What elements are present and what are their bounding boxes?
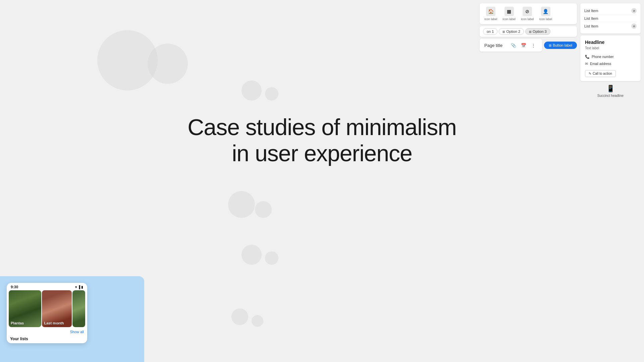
list-item-icon-3: ⊘ xyxy=(631,23,637,29)
succinct-label: Succinct headline xyxy=(597,94,624,98)
mobile-status-bar: 9:30 ▾ ▐ ▮ xyxy=(7,283,87,290)
photo-plantas[interactable]: Plantas xyxy=(9,290,41,327)
show-all-row: Show all xyxy=(7,329,87,335)
photo-grid: Plantas Last month xyxy=(7,290,87,329)
icon-label-home: Icon label xyxy=(484,17,497,21)
icons-panel: 🏠 Icon label ▦ Icon label ⊘ Icon label 👤… xyxy=(480,3,577,24)
photo-lastmonth[interactable]: Last month xyxy=(42,290,72,327)
mobile-frame: 9:30 ▾ ▐ ▮ Plantas Last month xyxy=(7,283,87,343)
button-label-text: Button label xyxy=(553,43,572,47)
more-icon[interactable]: ⋮ xyxy=(530,42,537,49)
headline-line2: in user experience xyxy=(187,140,457,166)
grid-icon: ▦ xyxy=(504,7,514,16)
page-title-text: Page title xyxy=(484,43,502,48)
icon-item-home: 🏠 Icon label xyxy=(484,7,497,21)
person-icon: 👤 xyxy=(541,7,550,16)
succinct-icon: 📱 xyxy=(606,84,615,93)
photo-partial[interactable] xyxy=(72,290,85,327)
icon-label-circle: Icon label xyxy=(521,17,534,21)
status-icons: ▾ ▐ ▮ xyxy=(75,285,83,289)
icon-item-person: 👤 Icon label xyxy=(539,7,552,21)
home-icon: 🏠 xyxy=(486,7,495,16)
your-lists-label: Your lists xyxy=(10,337,28,341)
headline-subtitle: Text label xyxy=(585,46,636,50)
wifi-icon: ▾ xyxy=(75,285,77,289)
succinct-panel: 📱 Succinct headline xyxy=(580,84,641,98)
page-title-row: Page title 📎 📅 ⋮ ⊞ Button label xyxy=(480,39,577,52)
icon-item-grid: ▦ Icon label xyxy=(503,7,516,21)
tab-option1[interactable]: on 1 xyxy=(483,28,497,35)
list-item-icon-1: ⊘ xyxy=(631,8,637,13)
photo-label-plantas: Plantas xyxy=(11,321,24,325)
phone-icon: 📞 xyxy=(585,55,590,59)
headline-title: Headline xyxy=(585,40,636,45)
list-item-3: List Item ⊘ xyxy=(584,22,637,30)
signal-icon: ▐ xyxy=(78,285,80,289)
calendar-icon[interactable]: 📅 xyxy=(520,42,527,49)
icon-label-grid: Icon label xyxy=(503,17,516,21)
email-label: Email address xyxy=(590,62,611,66)
email-icon: ✉ xyxy=(585,62,588,66)
cta-label: Call to action xyxy=(593,72,612,75)
tabs-row: on 1 ⊞ Option 2 ⊞ Option 3 xyxy=(480,26,577,37)
icon-label-person: Icon label xyxy=(539,17,552,21)
battery-icon: ▮ xyxy=(81,285,83,289)
contact-email: ✉ Email address xyxy=(585,60,636,67)
icon-item-circle: ⊘ Icon label xyxy=(521,7,534,21)
headline-panel: Headline Text label 📞 Phone number ✉ Ema… xyxy=(580,36,641,81)
list-panel: List Item ⊘ List Item List Item ⊘ xyxy=(580,3,641,34)
headline-line1: Case studies of minimalism xyxy=(187,114,457,140)
tab-option2[interactable]: ⊞ Option 2 xyxy=(499,28,524,35)
main-headline: Case studies of minimalism in user exper… xyxy=(187,114,457,166)
tr-right-column: List Item ⊘ List Item List Item ⊘ Headli… xyxy=(580,0,644,101)
list-item-2: List Item xyxy=(584,15,637,22)
show-all-link[interactable]: Show all xyxy=(70,330,84,334)
page-title-icons: 📎 📅 ⋮ xyxy=(510,42,537,49)
tr-left-column: 🏠 Icon label ▦ Icon label ⊘ Icon label 👤… xyxy=(476,0,580,101)
page-title-bar: Page title 📎 📅 ⋮ xyxy=(480,39,542,52)
pencil-icon: ✎ xyxy=(589,72,591,75)
phone-label: Phone number xyxy=(592,55,614,59)
call-to-action-btn[interactable]: ✎ Call to action xyxy=(585,70,616,77)
button-label-btn[interactable]: ⊞ Button label xyxy=(544,42,577,49)
list-item-1: List Item ⊘ xyxy=(584,7,637,15)
contact-phone: 📞 Phone number xyxy=(585,53,636,60)
circle-icon: ⊘ xyxy=(523,7,532,16)
your-lists-row: Your lists xyxy=(7,335,87,343)
status-time: 9:30 xyxy=(11,285,18,289)
photo-label-lastmonth: Last month xyxy=(44,321,64,325)
tab-option3[interactable]: ⊞ Option 3 xyxy=(525,28,550,35)
mobile-card-wrapper: 9:30 ▾ ▐ ▮ Plantas Last month xyxy=(0,276,144,362)
top-right-ui: 🏠 Icon label ▦ Icon label ⊘ Icon label 👤… xyxy=(476,0,644,101)
attachment-icon[interactable]: 📎 xyxy=(510,42,517,49)
